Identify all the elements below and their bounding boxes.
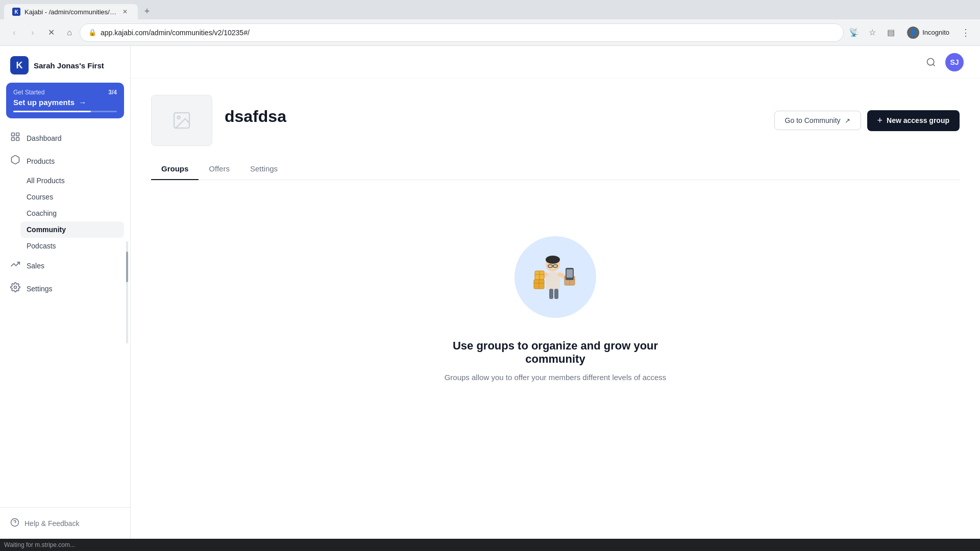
svg-line-8	[933, 64, 935, 66]
sidebar-item-products[interactable]: Products	[0, 149, 130, 172]
scroll-thumb	[126, 252, 128, 282]
sidebar-footer: Help & Feedback	[0, 507, 130, 539]
svg-rect-0	[12, 133, 15, 136]
app-name: Sarah Jonas's First	[34, 61, 104, 70]
sidebar-toggle-button[interactable]: ▤	[883, 24, 899, 41]
svg-point-12	[546, 256, 560, 264]
svg-point-4	[14, 286, 17, 289]
svg-rect-2	[12, 138, 15, 141]
plus-icon: +	[877, 115, 883, 126]
browser-tab[interactable]: K Kajabi - /admin/communities/v2... ✕	[4, 4, 138, 19]
cast-button[interactable]: 📡	[846, 24, 862, 41]
tab-settings-label: Settings	[250, 164, 278, 173]
browser-status-bar: Waiting for m.stripe.com...	[0, 539, 980, 551]
get-started-progress-fill	[13, 111, 91, 112]
help-label: Help & Feedback	[24, 519, 79, 528]
sales-label: Sales	[27, 262, 44, 270]
new-access-group-label: New access group	[887, 116, 949, 124]
svg-point-7	[927, 58, 934, 65]
sidebar: K Sarah Jonas's First Get Started 3/4 Se…	[0, 46, 131, 539]
back-button[interactable]: ‹	[6, 24, 22, 41]
home-button[interactable]: ⌂	[61, 24, 78, 41]
new-access-group-button[interactable]: + New access group	[867, 110, 960, 131]
avatar-initials: SJ	[950, 58, 959, 66]
get-started-banner[interactable]: Get Started 3/4 Set up payments →	[6, 83, 124, 118]
lock-icon: 🔒	[88, 29, 96, 36]
status-text: Waiting for m.stripe.com...	[4, 541, 75, 548]
community-title: dsafdsa	[225, 107, 762, 126]
app-header: SJ	[131, 46, 980, 79]
get-started-count: 3/4	[108, 89, 117, 96]
community-tabs: Groups Offers Settings	[151, 158, 960, 180]
menu-button[interactable]: ⋮	[958, 24, 974, 41]
community-actions: Go to Community ↗ + New access group	[774, 110, 960, 131]
new-tab-button[interactable]: +	[140, 4, 154, 18]
sidebar-item-settings[interactable]: Settings	[0, 277, 130, 300]
sidebar-navigation: Dashboard Products All Products Courses …	[0, 122, 130, 507]
products-label: Products	[27, 157, 55, 165]
sidebar-logo[interactable]: K Sarah Jonas's First	[0, 46, 130, 83]
incognito-button[interactable]: 👤 Incognito	[901, 24, 955, 41]
main-content: SJ dsafdsa Go to Community ↗	[131, 46, 980, 539]
get-started-label: Get Started	[13, 89, 44, 96]
tab-groups[interactable]: Groups	[151, 158, 199, 180]
svg-rect-1	[16, 133, 19, 136]
get-started-arrow: →	[79, 98, 86, 107]
empty-state-title: Use groups to organize and grow your com…	[428, 339, 683, 366]
forward-button[interactable]: ›	[24, 24, 41, 41]
empty-state-subtitle: Groups allow you to offer your members d…	[445, 372, 667, 384]
tab-title: Kajabi - /admin/communities/v2...	[24, 8, 116, 16]
incognito-label: Incognito	[922, 29, 949, 36]
empty-state: Use groups to organize and grow your com…	[151, 201, 960, 414]
sidebar-item-podcasts[interactable]: Podcasts	[27, 238, 130, 254]
tab-settings[interactable]: Settings	[240, 158, 288, 180]
dashboard-label: Dashboard	[27, 134, 62, 142]
sidebar-item-community[interactable]: Community	[20, 221, 124, 238]
tab-offers-label: Offers	[209, 164, 230, 173]
kajabi-letter: K	[16, 60, 23, 71]
go-to-community-button[interactable]: Go to Community ↗	[774, 111, 861, 130]
header-search-button[interactable]	[923, 54, 939, 70]
illustration-content	[509, 231, 601, 323]
get-started-title: Set up payments	[13, 98, 75, 107]
url-text: app.kajabi.com/admin/communities/v2/1023…	[101, 29, 250, 37]
settings-icon	[10, 282, 20, 295]
sales-icon	[10, 259, 20, 272]
scroll-indicator	[126, 241, 128, 343]
dashboard-icon	[10, 132, 20, 144]
sidebar-item-courses[interactable]: Courses	[27, 189, 130, 205]
svg-rect-3	[16, 138, 19, 141]
sidebar-item-sales[interactable]: Sales	[0, 254, 130, 277]
products-submenu: All Products Courses Coaching Community …	[0, 172, 130, 254]
user-avatar[interactable]: SJ	[945, 53, 964, 71]
tab-offers[interactable]: Offers	[199, 158, 240, 180]
community-info: dsafdsa	[225, 107, 762, 134]
svg-rect-28	[567, 269, 573, 278]
community-header: dsafdsa Go to Community ↗ + New access g…	[151, 79, 960, 158]
sidebar-item-coaching[interactable]: Coaching	[27, 205, 130, 221]
kajabi-icon: K	[10, 56, 29, 74]
svg-rect-26	[554, 289, 558, 299]
tab-favicon: K	[12, 8, 20, 16]
products-icon	[10, 155, 20, 167]
community-page: dsafdsa Go to Community ↗ + New access g…	[131, 79, 980, 539]
incognito-avatar: 👤	[907, 27, 919, 39]
svg-rect-25	[549, 289, 553, 299]
community-image	[151, 95, 212, 146]
address-bar[interactable]: 🔒 app.kajabi.com/admin/communities/v2/10…	[80, 23, 844, 42]
help-icon	[10, 518, 19, 529]
go-to-community-label: Go to Community	[785, 116, 841, 124]
get-started-progress	[13, 111, 117, 112]
refresh-button[interactable]: ✕	[43, 24, 59, 41]
bookmark-button[interactable]: ☆	[864, 24, 880, 41]
empty-illustration	[509, 231, 601, 323]
help-feedback-item[interactable]: Help & Feedback	[10, 514, 120, 533]
svg-point-10	[178, 116, 180, 119]
tab-close-btn[interactable]: ✕	[120, 7, 130, 16]
tab-groups-label: Groups	[161, 164, 188, 173]
sidebar-item-dashboard[interactable]: Dashboard	[0, 127, 130, 149]
external-link-icon: ↗	[845, 117, 850, 124]
sidebar-item-all-products[interactable]: All Products	[27, 172, 130, 189]
settings-label: Settings	[27, 285, 53, 293]
